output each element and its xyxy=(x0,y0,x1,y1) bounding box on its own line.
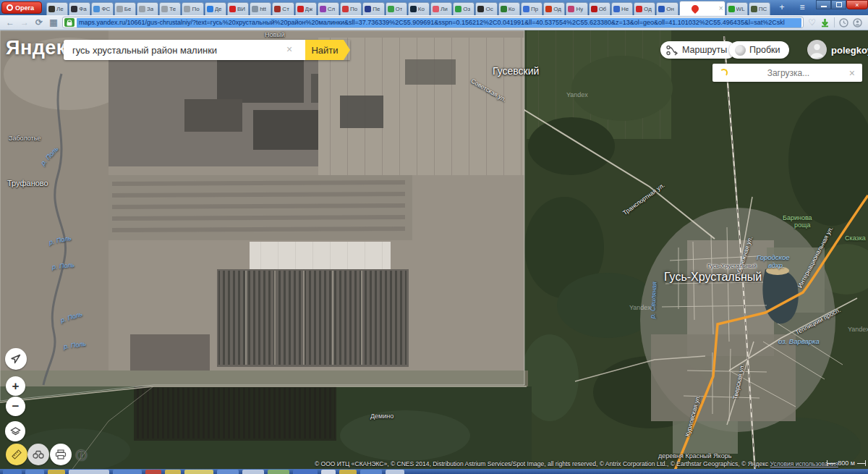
tab-label: За xyxy=(147,6,153,12)
print-button[interactable] xyxy=(50,444,72,465)
browser-tab[interactable]: По xyxy=(182,2,203,15)
tab-label: Ст xyxy=(282,6,289,12)
browser-tab[interactable]: Те xyxy=(159,2,181,15)
address-bar[interactable]: maps.yandex.ru/10661/gus-chrustalniy/?te… xyxy=(62,17,804,28)
ruler-button[interactable] xyxy=(6,444,27,465)
taskbar-item[interactable] xyxy=(48,470,65,474)
taskbar-item[interactable] xyxy=(3,470,22,474)
browser-tab[interactable]: Ст xyxy=(272,2,294,15)
tab-label: Об xyxy=(599,6,607,12)
browser-tab[interactable]: WL xyxy=(726,2,748,15)
browser-tab[interactable]: ФС xyxy=(91,2,113,15)
browser-tab[interactable]: ВИ xyxy=(227,2,249,15)
layers-button[interactable] xyxy=(5,421,25,441)
tab-favicon-icon xyxy=(501,6,507,12)
browser-tab[interactable]: Фа xyxy=(69,2,90,15)
browser-tab[interactable]: За xyxy=(137,2,158,15)
browser-tab[interactable]: Бе xyxy=(114,2,136,15)
browser-tab[interactable]: От xyxy=(386,2,407,15)
taskbar-item[interactable] xyxy=(25,470,44,474)
browser-tab[interactable]: Де xyxy=(205,2,226,15)
tab-favicon-icon xyxy=(545,6,552,12)
history-clock-icon[interactable] xyxy=(839,18,848,27)
tab-label: Фа xyxy=(79,6,87,12)
zoom-in-button[interactable]: + xyxy=(6,376,25,396)
user-avatar[interactable] xyxy=(807,40,827,59)
bookmark-heart-icon[interactable]: ♡ xyxy=(808,17,816,27)
taskbar-item[interactable] xyxy=(113,470,142,474)
os-taskbar[interactable] xyxy=(0,469,868,474)
close-button[interactable]: × xyxy=(846,0,868,9)
opera-menu-button[interactable]: Opera xyxy=(1,1,42,14)
browser-tab[interactable]: Не xyxy=(611,2,633,15)
clear-search-icon[interactable]: × xyxy=(286,44,292,54)
tab-label: ФС xyxy=(101,6,110,12)
download-icon[interactable] xyxy=(820,18,830,27)
attribution-text: © ООО ИТЦ «СКАНЭКС», © CNES 2014, Distri… xyxy=(315,460,770,467)
taskbar-item[interactable] xyxy=(69,470,109,474)
browser-tab[interactable]: htt xyxy=(250,2,271,15)
taskbar-item[interactable] xyxy=(360,470,382,474)
satellite-map[interactable] xyxy=(0,30,868,474)
minimize-button[interactable] xyxy=(816,0,831,9)
taskbar-item[interactable] xyxy=(242,470,264,474)
zoom-out-button[interactable]: − xyxy=(6,397,25,416)
back-button[interactable]: ← xyxy=(4,18,16,27)
taskbar-item[interactable] xyxy=(321,470,336,474)
taskbar-item[interactable] xyxy=(386,470,404,474)
route-icon xyxy=(666,45,678,56)
toolbar-right: ♡ xyxy=(807,17,864,27)
browser-tab[interactable]: Ос xyxy=(475,2,497,15)
browser-tab[interactable]: Он xyxy=(656,2,678,15)
loading-close-icon[interactable]: × xyxy=(849,68,855,78)
browser-tab[interactable]: Ко xyxy=(408,2,430,15)
taskbar-item[interactable] xyxy=(268,470,289,474)
find-button[interactable]: Найти xyxy=(305,40,350,60)
browser-tab[interactable]: Од xyxy=(543,2,565,15)
tab-label: От xyxy=(396,6,403,12)
taskbar-item[interactable] xyxy=(217,470,239,474)
tab-label: Ли xyxy=(441,6,448,12)
browser-tab[interactable]: ПС xyxy=(749,2,770,15)
tab-close-icon[interactable]: × xyxy=(719,5,723,12)
browser-tab[interactable]: Сл xyxy=(318,2,339,15)
routes-button[interactable]: Маршруты xyxy=(660,41,736,59)
browser-tab[interactable]: Об xyxy=(589,2,610,15)
account-icon[interactable] xyxy=(853,18,862,27)
taskbar-item[interactable] xyxy=(184,470,213,474)
search-on-map-button[interactable] xyxy=(27,444,49,465)
browser-tab[interactable]: Од xyxy=(634,2,655,15)
reload-button[interactable]: ⟳ xyxy=(33,18,45,27)
taskbar-item[interactable] xyxy=(339,470,357,474)
search-bar: × Найти xyxy=(64,40,350,60)
geolocation-button[interactable] xyxy=(5,348,27,370)
browser-tab[interactable]: Оз xyxy=(453,2,475,15)
browser-tab[interactable]: Ну xyxy=(566,2,587,15)
info-button[interactable]: ⓘ xyxy=(76,449,87,462)
browser-tab[interactable]: По xyxy=(340,2,362,15)
tab-label: Дж xyxy=(305,6,313,12)
browser-tab[interactable]: Дж xyxy=(295,2,317,15)
speed-dial-button[interactable]: ▦ xyxy=(48,18,59,27)
browser-tab[interactable]: Пр xyxy=(521,2,542,15)
tab-favicon-icon xyxy=(751,6,757,12)
username-label[interactable]: polegkoyk xyxy=(831,45,868,56)
tab-favicon-icon xyxy=(433,6,439,12)
tab-label: Те xyxy=(169,6,176,12)
search-input[interactable] xyxy=(64,40,305,60)
taskbar-item[interactable] xyxy=(145,470,161,474)
scale-tick-right xyxy=(865,460,866,466)
browser-tab[interactable]: Пе xyxy=(362,2,384,15)
browser-tab[interactable]: × xyxy=(679,1,726,15)
new-tab-button[interactable]: + xyxy=(774,2,790,14)
tab-favicon-icon xyxy=(365,6,371,12)
browser-tab[interactable]: Ли xyxy=(430,2,452,15)
traffic-button[interactable]: Пробки xyxy=(729,41,789,59)
forward-button[interactable]: → xyxy=(19,18,30,27)
tab-menu-button[interactable]: ≡ xyxy=(794,2,810,14)
browser-tab[interactable]: Ко xyxy=(498,2,520,15)
taskbar-item[interactable] xyxy=(293,470,318,474)
browser-tab[interactable]: Ле xyxy=(46,2,68,15)
taskbar-item[interactable] xyxy=(165,470,181,474)
maximize-button[interactable] xyxy=(831,0,846,9)
